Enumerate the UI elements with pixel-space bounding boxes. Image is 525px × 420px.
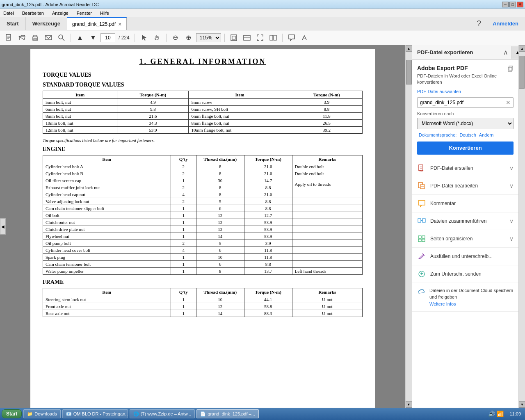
pdf-area[interactable]: ◀ 1. GENERAL INFORMATION TORQUE VALUES S… bbox=[0, 45, 412, 408]
titlebar: grand_dink_125.pdf - Adobe Acrobat Reade… bbox=[0, 0, 525, 9]
help-btn[interactable]: ? bbox=[472, 17, 486, 30]
menu-hilfe[interactable]: Hilfe bbox=[98, 10, 111, 16]
page-input[interactable]: 10 bbox=[100, 33, 115, 42]
close-btn[interactable]: ✕ bbox=[517, 2, 523, 7]
comment-label: Kommentar bbox=[430, 201, 509, 206]
downloads-label: Downloads bbox=[34, 411, 57, 416]
panel-scroll-up[interactable]: ▲ bbox=[511, 46, 518, 59]
doku-sprache: Dokumentsprache: Deutsch Ändern bbox=[417, 132, 514, 137]
next-page-btn[interactable]: ▼ bbox=[87, 32, 99, 43]
fit-page-btn[interactable] bbox=[228, 32, 240, 43]
scroll-thumb[interactable] bbox=[406, 60, 412, 84]
doku-label: Dokumentsprache: bbox=[419, 132, 457, 137]
comment-tb-btn[interactable] bbox=[286, 32, 297, 43]
pdf-heading2: STANDARD TORQUE VALUES bbox=[43, 82, 363, 88]
new-btn[interactable] bbox=[3, 32, 15, 43]
menu-bearbeiten[interactable]: Bearbeiten bbox=[21, 10, 46, 16]
print-btn[interactable] bbox=[30, 32, 41, 43]
email-btn[interactable] bbox=[43, 32, 54, 43]
fit-width-btn[interactable] bbox=[241, 32, 253, 43]
pdf-scrollbar[interactable]: ▲ ▼ bbox=[405, 45, 412, 408]
std-col1: Item bbox=[43, 91, 117, 99]
menu-anzeige[interactable]: Anzeige bbox=[50, 10, 70, 16]
filename-box: grand_dink_125.pdf ✕ bbox=[417, 97, 514, 108]
minimize-btn[interactable]: ─ bbox=[502, 2, 509, 7]
cloud-text: Dateien in der Document Cloud speichern … bbox=[429, 287, 514, 308]
table-row: Front axle nut11258.8U-nut bbox=[43, 303, 363, 310]
frm-col3: Thread dia.(mm) bbox=[196, 288, 244, 296]
start-button[interactable]: Start bbox=[2, 409, 22, 418]
panel-collapse-btn[interactable]: ∧ bbox=[500, 45, 511, 59]
toolbar: ▲ ▼ 10 / 224 ⊖ ⊕ 115% 100% 75% 150% bbox=[0, 30, 525, 45]
pdf-note: Torque specifications listed below are f… bbox=[43, 138, 363, 143]
scroll-up-btn[interactable]: ▲ bbox=[406, 45, 412, 52]
cloud-storage-item[interactable]: Dateien in der Document Cloud speichern … bbox=[412, 283, 518, 312]
weitere-infos-link[interactable]: Weitere Infos bbox=[429, 301, 456, 306]
taskbar-browser[interactable]: 🌐 (7) www.Zzip.de – Antw... bbox=[130, 409, 195, 418]
right-scroll-down[interactable]: ▼ bbox=[519, 401, 525, 408]
pdf-edit-arrow: ∨ bbox=[509, 183, 514, 189]
svg-text:PDF: PDF bbox=[419, 169, 424, 172]
std-col2: Torque (N-m) bbox=[117, 91, 189, 99]
pdf-create-item[interactable]: PDF PDF-Datei erstellen ∨ bbox=[412, 160, 518, 177]
tab-close-btn[interactable]: × bbox=[118, 21, 121, 27]
highlight-btn[interactable] bbox=[299, 32, 310, 43]
organize-item[interactable]: Seiten organisieren ∨ bbox=[412, 230, 518, 248]
select-pdf-link[interactable]: PDF-Datei auswählen bbox=[417, 89, 514, 94]
comment-item[interactable]: Kommentar bbox=[412, 195, 518, 212]
table-row: Cam chain tensioner slipper bolt168.8 bbox=[43, 205, 363, 212]
export-description: PDF-Dateien in Word oder Excel Online ko… bbox=[417, 73, 514, 86]
doku-lang: Deutsch bbox=[459, 132, 476, 137]
downloads-icon: 📁 bbox=[27, 411, 33, 417]
copy-icon[interactable] bbox=[507, 65, 514, 73]
left-scroll-btn[interactable]: ◀ bbox=[0, 218, 6, 235]
taskbar-email[interactable]: 📧 QM BLO DR - Posteingan... bbox=[62, 409, 128, 418]
pdf-scroll-area[interactable]: 1. GENERAL INFORMATION TORQUE VALUES STA… bbox=[0, 45, 405, 408]
tab-start[interactable]: Start bbox=[0, 17, 26, 30]
prev-page-btn[interactable]: ▲ bbox=[74, 32, 86, 43]
right-panel: PDF-Datei exportieren ∧ ▲ Adobe Export P… bbox=[412, 45, 518, 408]
tab-pdf[interactable]: grand_dink_125.pdf × bbox=[67, 17, 127, 30]
table-row: Cam chain tensioner bolt168.8 bbox=[43, 261, 363, 268]
zoom-out-btn[interactable]: ⊖ bbox=[170, 32, 181, 43]
table-row: Rear axle nut11488.3U-nut bbox=[43, 310, 363, 317]
right-scroll-up[interactable]: ▲ bbox=[519, 45, 525, 52]
zoom-in-btn[interactable]: ⊕ bbox=[183, 32, 194, 43]
table-row: Water pump impeller1813.7Left hand threa… bbox=[43, 268, 363, 275]
browser-label: (7) www.Zzip.de – Antw... bbox=[141, 411, 192, 416]
fill-sign-label: Ausfüllen und unterschreib... bbox=[430, 253, 509, 259]
svg-point-7 bbox=[59, 35, 63, 39]
open-btn[interactable] bbox=[16, 32, 28, 43]
reading-mode-btn[interactable] bbox=[267, 32, 279, 43]
right-scroll-thumb[interactable] bbox=[519, 56, 525, 89]
table-row: Spark plug11011.8 bbox=[43, 254, 363, 261]
maximize-btn[interactable]: □ bbox=[509, 2, 516, 7]
taskbar-pdf[interactable]: 📄 grand_dink_125.pdf –... bbox=[196, 409, 259, 418]
menu-datei[interactable]: Datei bbox=[2, 10, 16, 16]
frm-col5: Remarks bbox=[292, 288, 362, 296]
tab-werkzeuge[interactable]: Werkzeuge bbox=[26, 17, 67, 30]
pdf-edit-item[interactable]: PDF-Datei bearbeiten ∨ bbox=[412, 177, 518, 195]
hand-btn[interactable] bbox=[151, 32, 163, 43]
taskbar-downloads[interactable]: 📁 Downloads bbox=[23, 409, 60, 418]
merge-item[interactable]: Dateien zusammenführen ∨ bbox=[412, 212, 518, 230]
organize-arrow: ∨ bbox=[509, 235, 514, 242]
tabbar: Start Werkzeuge grand_dink_125.pdf × ? A… bbox=[0, 17, 525, 30]
konvertieren-btn[interactable]: Konvertieren bbox=[417, 142, 514, 155]
toolbar-sep2 bbox=[135, 34, 135, 42]
select-btn[interactable] bbox=[138, 32, 150, 43]
right-scrollbar[interactable]: ▲ ▼ bbox=[518, 45, 525, 408]
send-sign-item[interactable]: Zum Unterschr. senden bbox=[412, 265, 518, 283]
konvertieren-select[interactable]: Microsoft Word (*.docx) Microsoft Excel … bbox=[417, 118, 514, 129]
fill-sign-item[interactable]: Ausfüllen und unterschreib... bbox=[412, 248, 518, 265]
cloud-label: Dateien in der Document Cloud speichern … bbox=[429, 287, 514, 301]
zoom-select[interactable]: 115% 100% 75% 150% bbox=[196, 33, 221, 42]
clear-filename-btn[interactable]: ✕ bbox=[506, 99, 511, 106]
doku-change-link[interactable]: Ändern bbox=[479, 132, 493, 137]
fullscreen-btn[interactable] bbox=[254, 32, 266, 43]
menu-fenster[interactable]: Fenster bbox=[75, 10, 94, 16]
scroll-down-btn[interactable]: ▼ bbox=[406, 401, 412, 408]
search-btn[interactable] bbox=[56, 32, 67, 43]
eng-col3: Thread dia.(mm) bbox=[196, 155, 244, 163]
login-btn[interactable]: Anmelden bbox=[486, 17, 525, 30]
